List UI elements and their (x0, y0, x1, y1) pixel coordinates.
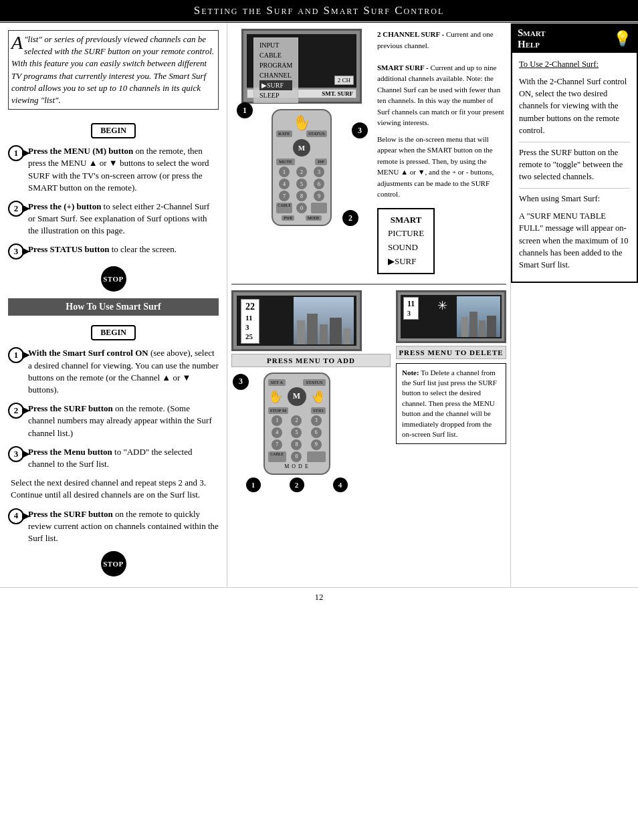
ch-25: 25 (245, 332, 255, 341)
smart-menu-desc-text: Below is the on-screen menu that will ap… (377, 134, 506, 200)
del-bldg-4 (487, 316, 496, 337)
tv-graphic-add: 22 11 3 25 (231, 290, 362, 351)
rate-btn: RATE (276, 130, 292, 137)
smart-step-1-num: 1 ▶ (8, 347, 24, 363)
step-3-num: 3 ▶ (8, 243, 24, 259)
begin-badge-area-2: BEGIN (8, 321, 219, 347)
callout-3b: 3 (233, 374, 249, 390)
remote-add-scene: 3 SET A STATUS ✋ M ✋ (231, 373, 362, 492)
smart-step-2-num: 2 ▶ (8, 403, 24, 419)
btn2-3: 3 (311, 415, 322, 426)
menu-item-input: INPUT (259, 40, 292, 50)
btn2-7: 7 (272, 439, 282, 450)
smart-help-box: SmartHelp 💡 To Use 2-Channel Surf: With … (511, 23, 638, 283)
btn-0: 0 (296, 203, 307, 213)
bulb-icon: 💡 (613, 30, 631, 47)
callout-b2: 2 (290, 478, 304, 492)
callout-b4: 4 (333, 478, 348, 492)
drop-cap: A (11, 33, 23, 52)
mode-row: PWR MODE (276, 215, 327, 221)
btn2-9: 9 (311, 439, 322, 450)
smart-menu-box: SMART PICTURE SOUND ▶SURF (377, 208, 435, 274)
building-5 (344, 328, 350, 344)
callout-1: 1 (237, 102, 253, 118)
num-pad2-top: 1 2 3 4 5 6 7 8 9 (268, 415, 326, 450)
step-2: 2 ▶ Press the (+) button to select eithe… (8, 201, 219, 237)
building-1 (297, 320, 305, 344)
btn-4: 4 (279, 179, 290, 189)
status-btn: STATUS (306, 130, 327, 137)
smart-step-1-text: With the Smart Surf control ON (see abov… (28, 347, 219, 396)
btn-3: 3 (314, 167, 324, 177)
smart-surf-text: Current and up to nine additional channe… (377, 64, 504, 127)
stop-badge-1: STOP (101, 266, 126, 292)
tv-menu-overlay: INPUT CABLE PROGRAM CHANNEL ▶SURF SLEEP (253, 37, 298, 103)
mid-desc-right: 2 CHANNEL SURF - Current and one previou… (377, 29, 506, 278)
smart-help-title: SmartHelp (518, 27, 546, 50)
btn-2: 2 (296, 167, 307, 177)
menu-item-program: PROGRAM (259, 60, 292, 70)
smart-surf-label: SMART SURF - (377, 64, 429, 72)
smart-step-4: 4 ▶ Press the SURF button on the remote … (8, 508, 219, 545)
sh-content-3: A "SURF MENU TABLE FULL" message will ap… (519, 210, 630, 271)
stop-badge-area-1: STOP (8, 266, 219, 292)
smart-step-2-text: Press the SURF button on the remote. (So… (28, 403, 219, 439)
smart-help-content: To Use 2-Channel Surf: With the 2-Channe… (512, 53, 637, 282)
channel-surf-desc: 2 CHANNEL SURF - Current and one previou… (377, 29, 506, 128)
btn2-0: 0 (291, 451, 302, 462)
mid-top-area: INPUT CABLE PROGRAM CHANNEL ▶SURF SLEEP … (231, 29, 506, 278)
tv-screen-1: INPUT CABLE PROGRAM CHANNEL ▶SURF SLEEP … (247, 34, 356, 88)
smart-step-3-arrow: ▶ (22, 447, 29, 461)
note-delete-box: Note: To Delete a channel from the Surf … (396, 363, 506, 445)
intro-text-box: A "list" or series of previously viewed … (8, 30, 219, 110)
smart-step-3b-text: Select the next desired channel and repe… (11, 477, 219, 501)
tv-screen-add: 22 11 3 25 (237, 296, 356, 346)
menu-item-surf-selected: ▶SURF (259, 80, 292, 90)
step-3: 3 ▶ Press STATUS button to clear the scr… (8, 243, 219, 259)
num-pad-top: 1 2 3 4 5 6 7 8 9 (276, 167, 327, 201)
mode-text: M O D E (268, 463, 326, 469)
tv-screen-delete: 11 3 ✳ (401, 295, 502, 338)
cable-btn: CABLE (276, 203, 292, 213)
menu-item-cable: CABLE (259, 50, 292, 60)
bottom-callouts: 1 2 4 (231, 478, 362, 492)
btn2-6: 6 (311, 427, 322, 438)
smart-step-4-num: 4 ▶ (8, 508, 24, 524)
stop-m-btn: STOP M (268, 407, 289, 414)
smart-menu-item-sound: SOUND (388, 241, 424, 255)
step-3-text: Press STATUS button to clear the screen. (28, 243, 177, 255)
begin-badge: BEGIN (91, 123, 136, 138)
how-to-heading: How To Use Smart Surf (8, 298, 219, 316)
sh-heading-1: To Use 2-Channel Surf: (519, 58, 630, 70)
ch-3: 3 (245, 322, 255, 332)
step-2-arrow: ▶ (22, 202, 29, 215)
smart-step-1-arrow: ▶ (22, 349, 29, 362)
begin-badge-2: BEGIN (91, 325, 136, 340)
left-column: A "list" or series of previously viewed … (0, 23, 227, 587)
stop-badge-2: STOP (101, 551, 126, 576)
remote2-rate: SET A (268, 379, 286, 386)
note-text: To Delete a channel from the Surf list j… (402, 369, 497, 438)
smart-step-2-arrow: ▶ (22, 404, 29, 417)
press-menu-delete-label: PRESS MENU TO DELETE (396, 346, 506, 359)
btn-7: 7 (279, 191, 290, 201)
page-title: Setting the Surf and Smart Surf Control (0, 0, 638, 23)
blank-btn2 (307, 451, 325, 462)
btn-6: 6 (314, 179, 324, 189)
remote2-status: STATUS (303, 379, 325, 386)
mode-btn: MODE (306, 215, 322, 221)
remote2-mid: ✋ M ✋ (268, 387, 326, 406)
step-3-arrow: ▶ (22, 245, 29, 259)
power-btn: PWR (282, 215, 294, 221)
two-ch-label: 2 CHANNEL SURF - (377, 30, 444, 38)
del-bldg-2 (469, 312, 477, 337)
smart-menu-item-surf: ▶SURF (388, 255, 424, 269)
step-1-arrow: ▶ (22, 146, 29, 160)
delete-symbol: ✳ (437, 298, 447, 313)
remote2-top-row: SET A STATUS (268, 379, 326, 386)
smart-menu-title: SMART (388, 213, 424, 227)
mute-btn: MUTE (276, 159, 295, 165)
building-3 (320, 324, 328, 344)
menu-item-channel: CHANNEL (259, 70, 292, 80)
hand-icon-3: ✋ (310, 388, 326, 405)
